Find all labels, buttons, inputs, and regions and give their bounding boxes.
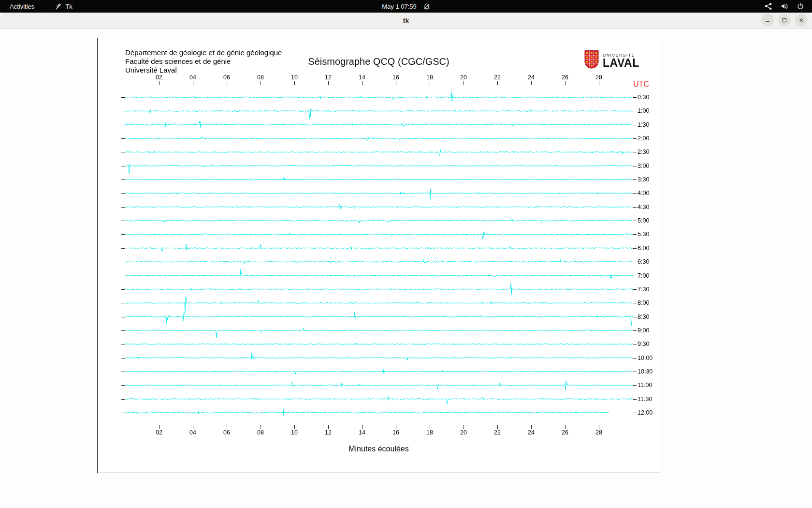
laval-shield-icon bbox=[584, 50, 599, 71]
minimize-button[interactable] bbox=[761, 14, 774, 27]
app-menu[interactable]: Tk bbox=[52, 0, 75, 13]
app-menu-label: Tk bbox=[65, 3, 72, 10]
activities-button[interactable]: Activities bbox=[7, 0, 37, 13]
seismograph-frame: Département de géologie et de génie géol… bbox=[97, 38, 660, 473]
window-title: tk bbox=[0, 13, 812, 29]
top-bar: Activities Tk May 1 07:59 bbox=[0, 0, 812, 13]
system-status-menu[interactable] bbox=[765, 2, 812, 10]
utc-label: UTC bbox=[633, 80, 649, 89]
clock-label: May 1 07:59 bbox=[382, 3, 417, 10]
notifications-muted-icon bbox=[423, 3, 430, 10]
network-icon bbox=[765, 2, 772, 10]
tk-feather-icon bbox=[55, 3, 62, 10]
clock-menu[interactable]: May 1 07:59 bbox=[382, 3, 430, 10]
volume-icon bbox=[781, 2, 788, 10]
activities-label: Activities bbox=[10, 3, 34, 10]
x-axis-title: Minutes écoulées bbox=[98, 445, 660, 453]
plot-title: Séismographe QCQ (CGC/GSC) bbox=[98, 56, 660, 67]
seismograph-plot bbox=[98, 38, 660, 473]
power-icon bbox=[797, 2, 804, 10]
logo-text-laval: LAVAL bbox=[603, 58, 639, 68]
window-titlebar[interactable]: tk bbox=[0, 13, 812, 29]
close-button[interactable] bbox=[795, 14, 808, 27]
window-content: Département de géologie et de génie géol… bbox=[0, 29, 812, 508]
maximize-button[interactable] bbox=[778, 14, 791, 27]
universite-laval-logo: UNIVERSITÉ LAVAL bbox=[584, 50, 639, 71]
